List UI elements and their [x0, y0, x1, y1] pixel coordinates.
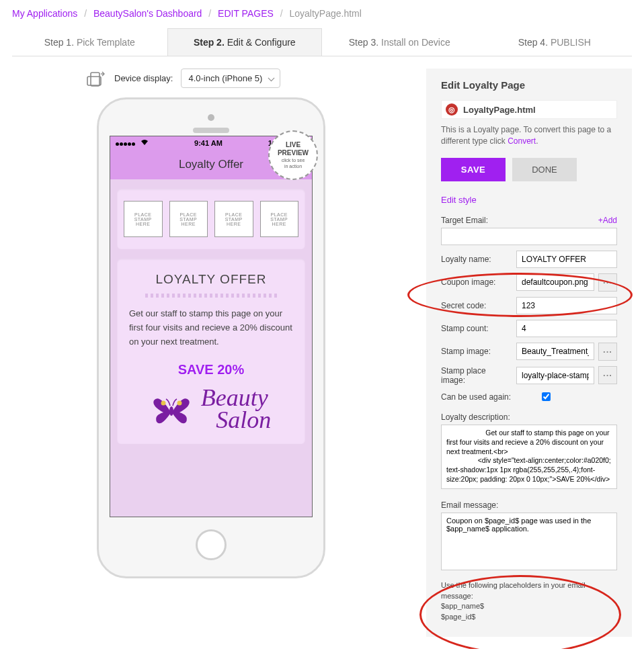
- stamp-place-image-label: Stamp place image:: [441, 366, 512, 386]
- edit-panel: Edit Loyalty Page ◎ LoyaltyPage.html Thi…: [426, 69, 632, 637]
- coupon-image-input[interactable]: [516, 273, 594, 291]
- file-hint: This is a Loyalty page. To convert this …: [441, 124, 617, 147]
- svg-rect-1: [87, 77, 101, 85]
- secret-code-label: Secret code:: [441, 301, 512, 310]
- file-name: LoyaltyPage.html: [463, 105, 536, 115]
- done-button[interactable]: DONE: [512, 158, 577, 181]
- edit-style-link[interactable]: Edit style: [441, 195, 477, 205]
- target-email-label: Target Email:: [441, 216, 488, 225]
- breadcrumb: My Applications / BeautySalon's Dashboar…: [0, 0, 644, 24]
- file-type-icon: ◎: [446, 103, 458, 116]
- offer-save-text: SAVE 20%: [129, 362, 293, 378]
- offer-description: Get our staff to stamp this page on your…: [129, 307, 293, 349]
- stamp-count-label: Stamp count:: [441, 324, 512, 333]
- loyalty-description-label: Loyalty description:: [441, 412, 617, 422]
- breadcrumb-link-3[interactable]: EDIT PAGES: [218, 8, 274, 19]
- phone-camera: [208, 114, 214, 121]
- stamp-slot[interactable]: PLACESTAMPHERE: [260, 201, 299, 237]
- placeholder-hint: Use the following placeholders in your e…: [441, 580, 617, 622]
- svg-point-2: [169, 406, 173, 416]
- breadcrumb-link-2[interactable]: BeautySalon's Dashboard: [93, 8, 202, 19]
- device-display-label: Device display:: [114, 73, 173, 83]
- svg-point-3: [161, 400, 165, 405]
- device-rotate-icon: [86, 69, 106, 88]
- device-display-bar: Device display: 4.0-inch (iPhone 5): [86, 69, 410, 88]
- loyalty-name-label: Loyalty name:: [441, 255, 512, 264]
- target-email-input[interactable]: [441, 228, 617, 245]
- wizard-steps: Step 1. Pick Template Step 2. Edit & Con…: [12, 28, 632, 56]
- secret-code-input[interactable]: [516, 297, 617, 314]
- phone-time: 9:41 AM: [194, 139, 223, 147]
- breadcrumb-current: LoyaltyPage.html: [289, 8, 361, 19]
- stamp-place-image-browse[interactable]: ···: [598, 366, 617, 384]
- loyalty-name-input[interactable]: [516, 251, 617, 268]
- stamp-slot[interactable]: PLACESTAMPHERE: [169, 201, 208, 237]
- svg-rect-0: [91, 73, 99, 86]
- save-button[interactable]: SAVE: [441, 158, 506, 181]
- convert-link[interactable]: Convert: [508, 136, 536, 146]
- phone-screen: 9:41 AM 100% Loyalty Offer PLACESTAMPHER…: [110, 136, 313, 517]
- email-message-label: Email message:: [441, 500, 617, 510]
- phone-speaker: [193, 128, 229, 133]
- signal-icon: [116, 139, 149, 147]
- stamp-place-image-input[interactable]: [516, 367, 594, 384]
- email-message-textarea[interactable]: Coupon on $page_id$ page was used in the…: [441, 513, 617, 570]
- stamp-image-label: Stamp image:: [441, 347, 512, 356]
- step-1[interactable]: Step 1. Pick Template: [12, 28, 167, 56]
- stamp-image-browse[interactable]: ···: [598, 343, 617, 361]
- stamp-count-input[interactable]: [516, 320, 617, 337]
- stamp-image-input[interactable]: [516, 343, 594, 360]
- salon-logo: Beauty Salon: [129, 387, 293, 431]
- loyalty-description-textarea[interactable]: Get our staff to stamp this page on your…: [441, 425, 617, 489]
- step-3[interactable]: Step 3. Install on Device: [322, 28, 477, 56]
- stamp-slot[interactable]: PLACESTAMPHERE: [124, 201, 163, 237]
- breadcrumb-link-1[interactable]: My Applications: [12, 8, 77, 19]
- stamp-slot[interactable]: PLACESTAMPHERE: [214, 201, 253, 237]
- stamps-container: PLACESTAMPHERE PLACESTAMPHERE PLACESTAMP…: [117, 189, 305, 249]
- offer-card: LOYALTY OFFER Get our staff to stamp thi…: [117, 259, 305, 444]
- step-2[interactable]: Step 2. Edit & Configure: [167, 28, 323, 56]
- offer-title: LOYALTY OFFER: [129, 272, 293, 287]
- file-indicator: ◎ LoyaltyPage.html: [441, 100, 617, 119]
- coupon-image-label: Coupon image:: [441, 277, 512, 287]
- add-target-email[interactable]: +Add: [598, 216, 617, 225]
- step-4[interactable]: Step 4. PUBLISH: [477, 28, 633, 56]
- panel-title: Edit Loyalty Page: [441, 79, 617, 91]
- can-reuse-label: Can be used again:: [441, 392, 535, 402]
- phone-home-button[interactable]: [196, 529, 227, 560]
- phone-mockup: LIVE PREVIEW click to see in action: [97, 97, 325, 578]
- coupon-image-browse[interactable]: ···: [598, 273, 617, 292]
- device-display-select[interactable]: 4.0-inch (iPhone 5): [181, 69, 280, 88]
- butterfly-icon: [151, 391, 192, 427]
- svg-point-4: [177, 400, 182, 405]
- live-preview-badge[interactable]: LIVE PREVIEW click to see in action: [268, 130, 318, 180]
- offer-divider: [145, 294, 277, 298]
- can-reuse-checkbox[interactable]: [542, 392, 551, 401]
